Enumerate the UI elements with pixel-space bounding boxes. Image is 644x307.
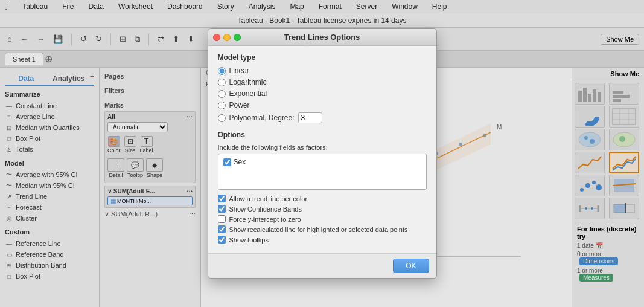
radio-linear[interactable]: Linear <box>218 66 427 75</box>
factors-label: Include the following fields as factors: <box>218 144 427 151</box>
checkbox-allow-per-color[interactable]: Allow a trend line per color <box>218 195 427 202</box>
radio-polynomial-label: Polynomial, Degree: <box>229 114 295 122</box>
show-confidence-label: Show Confidence Bands <box>229 205 302 213</box>
ok-button[interactable]: OK <box>393 259 429 273</box>
minimize-button[interactable] <box>223 34 231 41</box>
dialog-titlebar: Trend Lines Options <box>208 29 436 46</box>
radio-polynomial-input[interactable] <box>218 114 226 122</box>
traffic-lights <box>213 34 241 41</box>
radio-logarithmic-input[interactable] <box>218 79 226 86</box>
maximize-button[interactable] <box>234 34 241 41</box>
factor-sex-checkbox[interactable] <box>223 158 231 166</box>
model-type-label: Model type <box>218 53 427 62</box>
show-confidence-checkbox[interactable] <box>218 205 226 213</box>
checkbox-force-y-intercept[interactable]: Force y-intercept to zero <box>218 215 427 223</box>
show-tooltips-label: Show tooltips <box>229 236 269 244</box>
factor-sex-label: Sex <box>234 158 246 166</box>
checkbox-show-recalculated[interactable]: Show recalculated line for highlighted o… <box>218 225 427 233</box>
radio-logarithmic[interactable]: Logarithmic <box>218 78 427 86</box>
model-type-radio-group: Linear Logarithmic Exponential Power <box>218 66 427 123</box>
trend-lines-dialog: Trend Lines Options Model type Linear Lo… <box>208 28 437 279</box>
radio-linear-label: Linear <box>229 66 249 75</box>
main-layout: Data Analytics + Summarize — Constant Li… <box>0 68 644 307</box>
force-y-intercept-checkbox[interactable] <box>218 215 226 223</box>
radio-logarithmic-label: Logarithmic <box>229 78 267 86</box>
dialog-footer: OK <box>208 253 436 278</box>
radio-polynomial-row: Polynomial, Degree: <box>218 112 427 123</box>
dialog-title: Trend Lines Options <box>284 33 360 42</box>
close-button[interactable] <box>213 34 220 41</box>
options-section: Include the following fields as factors:… <box>218 144 427 190</box>
allow-per-color-checkbox[interactable] <box>218 195 226 202</box>
show-recalculated-label: Show recalculated line for highlighted o… <box>229 226 408 233</box>
polynomial-degree-input[interactable] <box>298 112 322 123</box>
radio-linear-input[interactable] <box>218 67 226 75</box>
options-label: Options <box>218 131 427 139</box>
radio-power[interactable]: Power <box>218 101 427 109</box>
checkbox-show-tooltips[interactable]: Show tooltips <box>218 236 427 244</box>
dialog-overlay: Trend Lines Options Model type Linear Lo… <box>0 0 644 307</box>
checkbox-show-confidence[interactable]: Show Confidence Bands <box>218 205 427 213</box>
show-tooltips-checkbox[interactable] <box>218 236 226 244</box>
force-y-intercept-label: Force y-intercept to zero <box>229 216 301 223</box>
radio-power-label: Power <box>229 101 250 109</box>
radio-exponential-label: Exponential <box>229 89 267 98</box>
radio-exponential-input[interactable] <box>218 90 226 98</box>
allow-per-color-label: Allow a trend line per color <box>229 195 308 202</box>
radio-exponential[interactable]: Exponential <box>218 89 427 98</box>
dialog-body: Model type Linear Logarithmic Exponentia… <box>208 46 436 253</box>
factors-box: Sex <box>218 154 427 190</box>
show-recalculated-checkbox[interactable] <box>218 225 226 233</box>
radio-power-input[interactable] <box>218 102 226 109</box>
factor-sex: Sex <box>223 158 421 166</box>
